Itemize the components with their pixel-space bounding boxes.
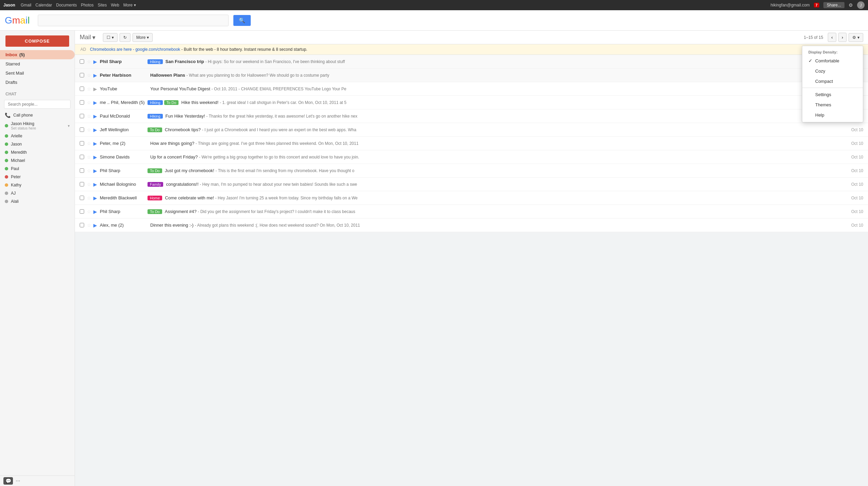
table-row[interactable]: ☆ ▶ Phil Sharp To Do Just got my chromeb… <box>75 164 868 178</box>
ad-link[interactable]: Chromebooks are here - google.com/chrome… <box>90 47 180 52</box>
search-input[interactable] <box>38 15 229 26</box>
top-nav-documents[interactable]: Documents <box>56 3 77 7</box>
chat-more-button[interactable]: ··· <box>16 478 20 484</box>
status-dot-red <box>5 175 8 179</box>
table-row[interactable]: ☆ ▶ Phil Sharp To Do Assignment #4? - Di… <box>75 205 868 218</box>
status-arrow[interactable]: ▾ <box>68 124 70 128</box>
star-icon[interactable]: ☆ <box>87 223 91 228</box>
forward-arrow-icon: ▶ <box>93 127 97 133</box>
density-cozy[interactable]: ✓ Cozy <box>802 66 863 76</box>
density-dropdown: Display Density: ✓ Comfortable ✓ Cozy ✓ … <box>802 46 863 122</box>
star-icon[interactable]: ☆ <box>87 86 91 92</box>
forward-arrow-icon: ▶ <box>93 141 97 146</box>
mail-title[interactable]: Mail ▾ <box>80 34 95 41</box>
row-checkbox[interactable] <box>80 100 84 105</box>
chat-bubble-button[interactable]: 💬 <box>3 477 13 485</box>
row-checkbox[interactable] <box>80 87 84 91</box>
row-checkbox[interactable] <box>80 168 84 173</box>
density-comfortable[interactable]: ✓ Comfortable <box>802 56 863 66</box>
row-checkbox[interactable] <box>80 182 84 186</box>
top-nav-gmail[interactable]: Gmail <box>21 3 31 7</box>
row-checkbox[interactable] <box>80 209 84 214</box>
star-icon[interactable]: ☆ <box>87 59 91 64</box>
content-area: Mail ▾ ☐ ▾ ↻ More ▾ 1–15 of 15 ‹ › ⚙ ▾ <box>75 31 868 486</box>
row-checkbox[interactable] <box>80 155 84 159</box>
star-icon[interactable]: ☆ <box>87 73 91 78</box>
status-dot-gray <box>5 192 8 195</box>
chat-contact-arielle[interactable]: Arielle <box>0 132 75 140</box>
sidebar-item-starred[interactable]: Starred <box>0 59 75 69</box>
chat-contact-aj[interactable]: AJ <box>0 189 75 197</box>
table-row[interactable]: ☆ ▶ Peter, me (2) How are things going? … <box>75 137 868 150</box>
call-phone-item[interactable]: 📞 Call phone <box>0 111 75 120</box>
table-row[interactable]: ☆ ▶ Paul McDonald Hiking Fun Hike Yester… <box>75 109 868 123</box>
table-row[interactable]: ☆ ▶ YouTube Your Personal YouTube Digest… <box>75 82 868 96</box>
top-nav-more[interactable]: More ▾ <box>123 3 136 7</box>
status-dot-green <box>5 124 8 127</box>
star-icon[interactable]: ☆ <box>87 127 91 133</box>
chat-contact-meredith[interactable]: Meredith <box>0 148 75 156</box>
status-dot-yellow <box>5 183 8 187</box>
top-nav-calendar[interactable]: Calendar <box>35 3 52 7</box>
chat-contact-kathy[interactable]: Kathy <box>0 181 75 189</box>
forward-arrow-icon: ▶ <box>93 223 97 228</box>
help-menu-item[interactable]: ✓ Help <box>802 110 863 120</box>
star-icon[interactable]: ☆ <box>87 195 91 201</box>
table-row[interactable]: ☆ ▶ Phil Sharp Hiking San Francisco trip… <box>75 55 868 69</box>
forward-arrow-icon: ▶ <box>93 195 97 201</box>
row-checkbox[interactable] <box>80 196 84 200</box>
toolbar: Mail ▾ ☐ ▾ ↻ More ▾ 1–15 of 15 ‹ › ⚙ ▾ <box>75 31 868 44</box>
top-nav-sites[interactable]: Sites <box>98 3 107 7</box>
chat-contact-peter[interactable]: Peter <box>0 173 75 181</box>
star-icon[interactable]: ☆ <box>87 168 91 173</box>
share-button[interactable]: Share... <box>823 2 844 8</box>
star-icon[interactable]: ☆ <box>87 113 91 119</box>
row-checkbox[interactable] <box>80 223 84 227</box>
row-checkbox[interactable] <box>80 141 84 146</box>
density-compact[interactable]: ✓ Compact <box>802 76 863 86</box>
top-nav-photos[interactable]: Photos <box>81 3 93 7</box>
row-checkbox[interactable] <box>80 73 84 77</box>
compose-button[interactable]: COMPOSE <box>5 35 69 47</box>
row-checkbox[interactable] <box>80 59 84 64</box>
table-row[interactable]: ☆ ▶ Peter Harbison Halloween Plans - Wha… <box>75 69 868 82</box>
sidebar: COMPOSE Inbox (5) Starred Sent Mail Draf… <box>0 31 75 486</box>
star-icon[interactable]: ☆ <box>87 100 91 105</box>
table-row[interactable]: ☆ ▶ Meredith Blackwell Home Come celebra… <box>75 191 868 205</box>
search-button[interactable]: 🔍 <box>233 15 251 26</box>
forward-arrow-icon: ▶ <box>93 59 97 64</box>
email-list: AD Chromebooks are here - google.com/chr… <box>75 44 868 232</box>
refresh-button[interactable]: ↻ <box>120 33 130 42</box>
row-checkbox[interactable] <box>80 127 84 132</box>
refresh-icon: ↻ <box>123 35 127 40</box>
star-icon[interactable]: ☆ <box>87 209 91 214</box>
top-nav-web[interactable]: Web <box>111 3 119 7</box>
next-page-button[interactable]: › <box>838 33 847 42</box>
settings-menu-item[interactable]: ✓ Settings <box>802 89 863 100</box>
chat-contact-jason-hiking[interactable]: Jason Hiking Set status here ▾ <box>0 120 75 132</box>
more-button[interactable]: More ▾ <box>133 33 153 42</box>
search-people-input[interactable] <box>4 100 71 109</box>
row-checkbox[interactable] <box>80 114 84 118</box>
chat-contact-michael[interactable]: Michael <box>0 156 75 165</box>
sidebar-item-drafts[interactable]: Drafts <box>0 78 75 87</box>
chat-contact-paul[interactable]: Paul <box>0 165 75 173</box>
table-row[interactable]: ☆ ▶ Jeff Wellington To Do Chromebook tip… <box>75 123 868 137</box>
sidebar-item-sent[interactable]: Sent Mail <box>0 69 75 78</box>
settings-dropdown-button[interactable]: ⚙ ▾ <box>849 33 863 42</box>
star-icon[interactable]: ☆ <box>87 141 91 146</box>
sidebar-item-inbox[interactable]: Inbox (5) <box>0 50 75 59</box>
star-icon[interactable]: ☆ <box>87 154 91 160</box>
star-icon[interactable]: ☆ <box>87 182 91 187</box>
chat-contact-jason[interactable]: Jason <box>0 140 75 148</box>
table-row[interactable]: ☆ ▶ Michael Bolognino Family congratulat… <box>75 178 868 191</box>
themes-menu-item[interactable]: ✓ Themes <box>802 100 863 110</box>
table-row[interactable]: ☆ ▶ Simone Davids Up for a concert Frida… <box>75 150 868 164</box>
select-all-button[interactable]: ☐ ▾ <box>103 33 118 42</box>
chat-contact-alali[interactable]: Alali <box>0 197 75 206</box>
forward-arrow-icon: ▶ <box>93 182 97 187</box>
top-settings-icon[interactable]: ⚙ <box>849 2 853 8</box>
table-row[interactable]: ☆ ▶ Alex, me (2) Dinner this evening :-)… <box>75 218 868 232</box>
prev-page-button[interactable]: ‹ <box>828 33 836 42</box>
table-row[interactable]: ☆ ▶ me .. Phil, Meredith (5) Hiking To D… <box>75 96 868 109</box>
